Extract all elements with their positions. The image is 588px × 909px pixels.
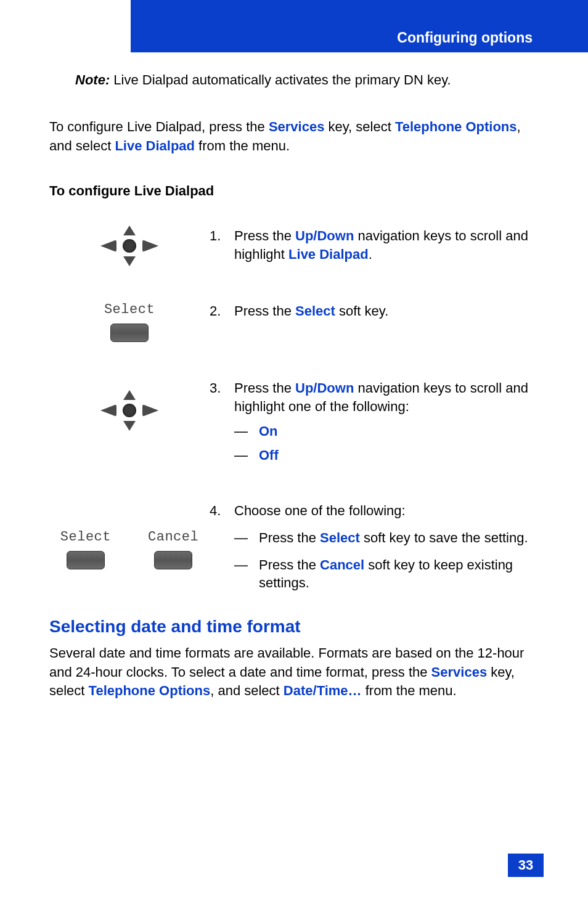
- step-4: Select Cancel 4. Choose one of the fol: [49, 502, 542, 592]
- step-2-body: Press the Select soft key.: [234, 302, 542, 320]
- procedure-heading: To configure Live Dialpad: [49, 183, 542, 199]
- s1-ref-updown: Up/Down: [295, 228, 354, 243]
- step-3-body: Press the Up/Down navigation keys to scr…: [234, 379, 542, 465]
- select-softkey-figure: Select: [104, 302, 155, 342]
- sec-p6: from the menu.: [362, 683, 457, 698]
- s2-ref-select: Select: [295, 303, 335, 319]
- softkey-button-icon: [154, 551, 192, 569]
- step-2-text: 2. Press the Select soft key.: [210, 302, 542, 320]
- step-4-body: Choose one of the following: — Press the…: [234, 502, 542, 592]
- intro-text-2: key, select: [324, 119, 395, 134]
- step-3-icon-col: [49, 379, 210, 430]
- s3-p0: Press the: [234, 380, 295, 396]
- s1-p4: .: [369, 247, 372, 262]
- s4-a: Press the Select soft key to save the se…: [259, 529, 542, 547]
- step-1-number: 1.: [210, 227, 234, 263]
- s1-ref-live-dialpad: Live Dialpad: [288, 247, 369, 262]
- select-softkey-label: Select: [60, 529, 111, 545]
- navpad-icon: [96, 391, 163, 430]
- arrow-right-icon: [142, 404, 158, 417]
- cancel-softkey-label: Cancel: [148, 529, 198, 545]
- arrow-down-icon: [123, 421, 136, 431]
- navpad-icon: [96, 227, 163, 265]
- s4a-ref-select: Select: [320, 530, 360, 545]
- section-heading-date-time: Selecting date and time format: [49, 617, 542, 637]
- softkey-button-icon: [110, 324, 149, 342]
- intro-ref-live-dialpad: Live Dialpad: [115, 138, 195, 153]
- step-1-text: 1. Press the Up/Down navigation keys to …: [210, 227, 542, 263]
- content: Note: Live Dialpad automatically activat…: [49, 71, 542, 701]
- s2-p2: soft key.: [335, 303, 388, 319]
- sec-ref-telephone-options: Telephone Options: [89, 683, 211, 698]
- dash: —: [234, 422, 259, 441]
- note-line: Note: Live Dialpad automatically activat…: [75, 71, 542, 90]
- note-label: Note:: [75, 72, 110, 88]
- s3-opt-off: Off: [259, 447, 279, 463]
- s3-ref-updown: Up/Down: [295, 380, 354, 396]
- sec-ref-services: Services: [431, 664, 488, 680]
- select-softkey-label: Select: [104, 302, 155, 317]
- step-1-icon-col: [49, 227, 210, 265]
- s4b-ref-cancel: Cancel: [320, 557, 364, 573]
- page-header-title: Configuring options: [397, 30, 533, 46]
- section-body: Several date and time formats are availa…: [49, 644, 542, 701]
- step-3-text: 3. Press the Up/Down navigation keys to …: [210, 379, 542, 465]
- intro-text-6: from the menu.: [195, 138, 290, 153]
- step-1: 1. Press the Up/Down navigation keys to …: [49, 227, 542, 265]
- s1-p0: Press the: [234, 228, 295, 243]
- step-4-icon-col: Select Cancel: [49, 502, 210, 569]
- step-3-number: 3.: [210, 379, 234, 465]
- dash: —: [234, 446, 259, 465]
- arrow-up-icon: [123, 226, 136, 235]
- step-2-icon-col: Select: [49, 302, 210, 342]
- navpad-center-icon: [123, 404, 136, 417]
- dash: —: [234, 529, 259, 547]
- intro-text-0: To configure Live Dialpad, press the: [49, 119, 269, 134]
- note-text: Live Dialpad automatically activates the…: [110, 72, 451, 88]
- dash: —: [234, 556, 259, 592]
- arrow-left-icon: [100, 240, 116, 252]
- step-3: 3. Press the Up/Down navigation keys to …: [49, 379, 542, 465]
- arrow-up-icon: [123, 390, 136, 400]
- intro-paragraph: To configure Live Dialpad, press the Ser…: [49, 118, 542, 156]
- s4-lead: Choose one of the following:: [234, 503, 406, 518]
- s2-p0: Press the: [234, 303, 295, 319]
- intro-ref-services: Services: [269, 119, 325, 134]
- step-2: Select 2. Press the Select soft key.: [49, 302, 542, 342]
- arrow-right-icon: [142, 240, 158, 252]
- step-4-text: 4. Choose one of the following: — Press …: [210, 502, 542, 592]
- navpad-center-icon: [123, 239, 136, 253]
- softkey-button-icon: [67, 551, 105, 569]
- s3-opt-on: On: [259, 423, 278, 439]
- sec-ref-date-time: Date/Time…: [284, 683, 362, 698]
- s4a-p2: soft key to save the setting.: [360, 530, 528, 545]
- s4-b: Press the Cancel soft key to keep existi…: [259, 556, 542, 592]
- step-2-number: 2.: [210, 302, 234, 320]
- intro-ref-telephone-options: Telephone Options: [395, 119, 517, 134]
- s4b-p0: Press the: [259, 557, 320, 573]
- arrow-down-icon: [123, 256, 136, 266]
- cancel-softkey-figure: Cancel: [148, 529, 198, 569]
- step-4-number: 4.: [210, 502, 234, 592]
- arrow-left-icon: [100, 404, 116, 417]
- s4a-p0: Press the: [259, 530, 320, 545]
- sec-p4: , and select: [210, 683, 284, 698]
- steps: 1. Press the Up/Down navigation keys to …: [49, 227, 542, 592]
- page-number: 33: [508, 854, 544, 877]
- step-1-body: Press the Up/Down navigation keys to scr…: [234, 227, 542, 263]
- page: Configuring options Note: Live Dialpad a…: [0, 0, 588, 909]
- select-softkey-figure: Select: [60, 529, 111, 569]
